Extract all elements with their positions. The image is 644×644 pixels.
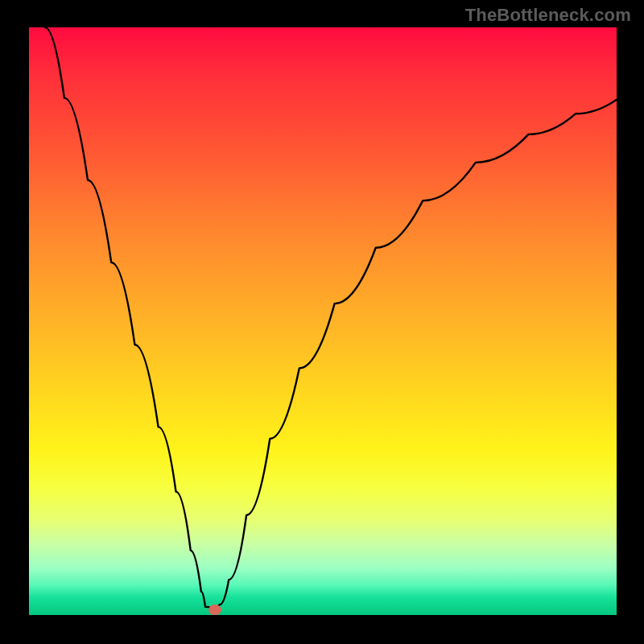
watermark-text: TheBottleneck.com — [465, 5, 631, 26]
plot-background-gradient — [29, 27, 617, 615]
chart-frame: TheBottleneck.com — [0, 0, 644, 644]
